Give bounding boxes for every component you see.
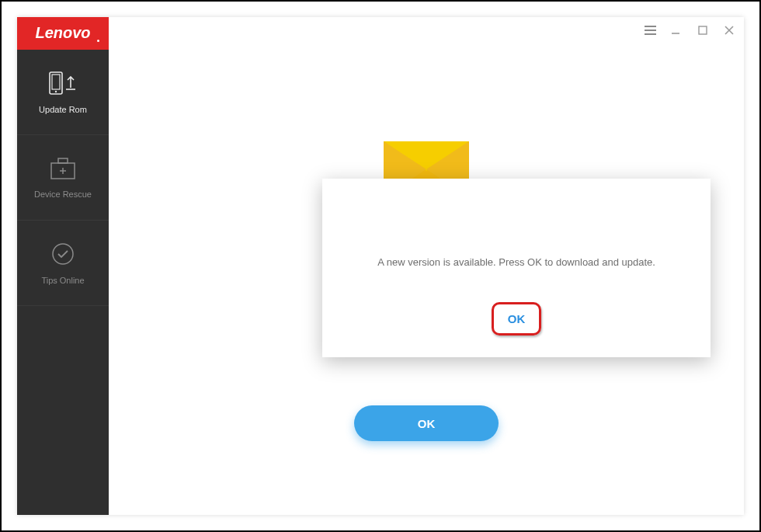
sidebar: Lenovo Update Rom [17,17,109,515]
svg-rect-1 [52,75,60,89]
sidebar-item-label: Tips Online [41,276,84,285]
window-controls [645,25,735,36]
sidebar-item-tips-online[interactable]: Tips Online [17,221,109,306]
check-circle-icon [50,242,75,266]
sidebar-item-update-rom[interactable]: Update Rom [17,50,109,135]
sidebar-item-device-rescue[interactable]: Device Rescue [17,135,109,221]
svg-rect-5 [58,158,68,163]
sidebar-item-label: Device Rescue [34,190,92,199]
main-ok-button[interactable]: OK [354,405,499,441]
update-dialog: A new version is available. Press OK to … [322,179,711,357]
dialog-ok-highlight: OK [492,302,542,336]
brand-logo: Lenovo [17,17,109,50]
main-area: OK A new version is available. Press OK … [109,17,744,515]
minimize-button[interactable] [671,25,682,36]
app-window: Lenovo Update Rom [17,17,744,515]
dialog-message: A new version is available. Press OK to … [377,256,655,268]
svg-rect-10 [699,26,707,34]
maximize-button[interactable] [697,25,708,36]
rescue-box-icon [50,157,76,180]
menu-icon[interactable] [645,25,655,36]
dialog-ok-button[interactable]: OK [502,309,532,329]
svg-point-8 [53,244,73,264]
close-button[interactable] [724,25,735,36]
phone-upload-icon [47,71,78,96]
app-frame: Lenovo Update Rom [0,0,761,532]
svg-point-2 [55,90,57,92]
sidebar-item-label: Update Rom [39,105,87,114]
